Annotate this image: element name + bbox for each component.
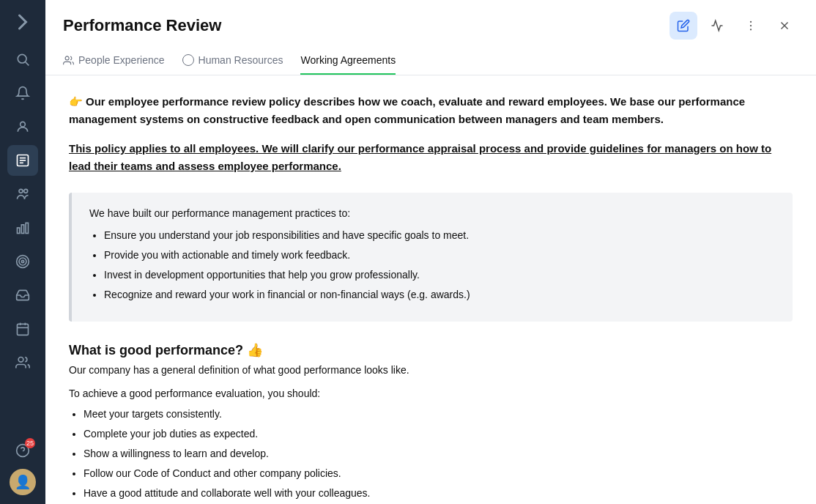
user-avatar[interactable]: 👤 <box>10 469 36 495</box>
list-item: Have a good attitude and collaborate wel… <box>84 486 793 501</box>
sidebar-item-documents[interactable] <box>7 145 38 176</box>
good-performance-emoji: 👍 <box>247 343 263 357</box>
content-area: 👉Our employee performance review policy … <box>45 75 816 504</box>
list-item: Provide you with actionable and timely w… <box>104 248 775 263</box>
svg-point-8 <box>24 189 28 193</box>
svg-point-19 <box>18 357 23 363</box>
sidebar-item-inbox[interactable] <box>7 280 38 311</box>
list-item: Complete your job duties as expected. <box>84 426 793 442</box>
svg-point-22 <box>750 21 752 23</box>
sidebar-item-goals[interactable] <box>7 246 38 277</box>
list-item: Invest in development opportunities that… <box>104 267 775 283</box>
good-performance-heading: What is good performance? 👍 <box>69 342 793 358</box>
tab-people-experience[interactable]: People Experience <box>63 54 165 75</box>
svg-point-24 <box>750 29 752 30</box>
sidebar-item-help[interactable]: 25 <box>7 435 38 466</box>
tabs-bar: People Experience Human Resources Workin… <box>45 45 816 75</box>
tab-human-resources[interactable]: Human Resources <box>182 54 283 75</box>
policy-link[interactable]: This policy applies to all employees. We… <box>69 140 793 175</box>
sidebar-item-search[interactable] <box>7 44 38 75</box>
page-title: Performance Review <box>63 16 221 35</box>
practices-intro: We have built our performance management… <box>89 207 775 219</box>
close-button[interactable] <box>771 12 798 40</box>
sidebar-item-analytics[interactable] <box>7 212 38 243</box>
achieve-text: To achieve a good performance evaluation… <box>69 388 793 399</box>
sidebar-item-calendar[interactable] <box>7 314 38 344</box>
tab-working-agreements-label: Working Agreements <box>300 54 396 66</box>
tab-people-experience-label: People Experience <box>78 54 165 66</box>
intro-text: 👉Our employee performance review policy … <box>69 93 793 128</box>
svg-point-0 <box>18 54 26 63</box>
svg-point-12 <box>17 256 29 268</box>
people-experience-icon <box>63 55 74 66</box>
edit-button[interactable] <box>670 12 697 40</box>
list-item: Ensure you understand your job responsib… <box>104 228 775 243</box>
sidebar-item-notifications[interactable] <box>7 78 38 108</box>
good-performance-desc: Our company has a general definition of … <box>69 364 793 376</box>
human-resources-icon <box>182 54 194 66</box>
tab-human-resources-label: Human Resources <box>199 54 283 66</box>
main-area: Performance Review <box>45 0 816 504</box>
list-item: Show a willingness to learn and develop. <box>84 446 793 462</box>
svg-line-1 <box>26 62 29 66</box>
svg-point-14 <box>21 260 23 262</box>
practices-list: Ensure you understand your job responsib… <box>89 228 775 303</box>
svg-point-2 <box>21 122 26 127</box>
tab-working-agreements[interactable]: Working Agreements <box>300 54 396 75</box>
performance-list: Meet your targets consistently. Complete… <box>69 407 793 501</box>
svg-point-7 <box>19 189 23 193</box>
svg-point-13 <box>19 258 26 265</box>
sidebar-item-team[interactable] <box>7 111 38 142</box>
help-badge: 25 <box>25 438 35 448</box>
list-item: Follow our Code of Conduct and other com… <box>84 466 793 481</box>
intro-emoji: 👉 <box>69 95 83 108</box>
sidebar: 25 👤 <box>0 0 45 504</box>
practices-box: We have built our performance management… <box>69 193 793 322</box>
activity-button[interactable] <box>703 12 731 40</box>
svg-rect-11 <box>26 223 28 233</box>
header-actions <box>670 12 798 40</box>
list-item: Meet your targets consistently. <box>84 407 793 422</box>
more-button[interactable] <box>737 12 765 40</box>
sidebar-item-contacts[interactable] <box>7 347 38 378</box>
intro-body: Our employee performance review policy d… <box>69 95 745 125</box>
svg-rect-15 <box>18 324 29 335</box>
svg-point-23 <box>750 25 752 26</box>
svg-rect-9 <box>18 228 20 234</box>
sidebar-item-people[interactable] <box>7 179 38 210</box>
svg-rect-10 <box>21 225 23 234</box>
sidebar-toggle[interactable] <box>10 9 36 35</box>
svg-point-27 <box>65 56 69 59</box>
header: Performance Review <box>45 0 816 40</box>
good-performance-heading-text: What is good performance? <box>69 343 243 357</box>
list-item: Recognize and reward your work in financ… <box>104 287 775 303</box>
